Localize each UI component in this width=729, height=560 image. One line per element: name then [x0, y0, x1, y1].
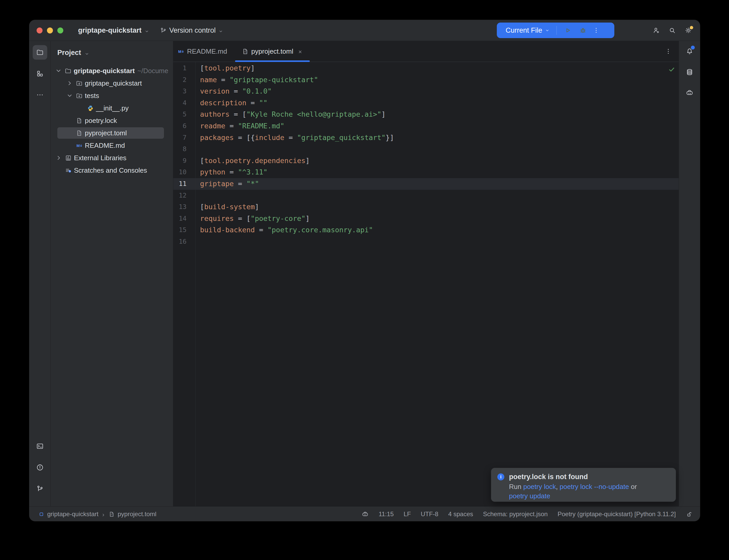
tree-indent [76, 104, 86, 112]
status-widget-poetry-griptape-quickstart-python-3-11-2-[interactable]: Poetry (griptape-quickstart) [Python 3.1… [558, 510, 676, 518]
line-number[interactable]: 7 [173, 132, 186, 144]
line-number[interactable]: 14 [173, 213, 186, 225]
line-number[interactable]: 15 [173, 224, 186, 236]
database-tool-button[interactable] [682, 65, 697, 79]
git-tool-button[interactable] [33, 481, 47, 496]
tree-item-griptape-quickstart[interactable]: griptape_quickstart [51, 77, 173, 89]
code-text: version = "0.1.0" [186, 86, 271, 97]
status-widget-utf-8[interactable]: UTF-8 [421, 510, 439, 518]
chevron-down-icon[interactable] [65, 92, 74, 100]
debug-button[interactable] [579, 26, 587, 34]
project-widget[interactable]: griptape-quickstart [78, 26, 149, 34]
chevron-right-icon[interactable] [65, 79, 74, 87]
terminal-icon [36, 442, 44, 450]
code-line-10[interactable]: 10python = "^3.11" [173, 166, 679, 178]
chevron-right-icon[interactable] [54, 154, 64, 162]
vcs-widget[interactable]: Version control [160, 26, 224, 34]
code-line-16[interactable]: 16 [173, 236, 679, 248]
project-panel-header[interactable]: Project [51, 41, 173, 65]
tree-item-label: README.md [85, 142, 125, 150]
project-widget-label: griptape-quickstart [78, 26, 142, 34]
tab-options-button[interactable] [665, 48, 672, 55]
code-line-11[interactable]: 11griptape = "*" [173, 178, 679, 190]
status-widget-4-spaces[interactable]: 4 spaces [448, 510, 473, 518]
structure-tool-button[interactable] [33, 66, 47, 81]
line-number[interactable]: 1 [173, 62, 186, 74]
tree-item-griptape-quickstart[interactable]: griptape-quickstart~/Docume [51, 65, 173, 77]
terminal-tool-button[interactable] [33, 439, 47, 453]
line-number[interactable]: 13 [173, 201, 186, 213]
code-line-2[interactable]: 2name = "griptape-quickstart" [173, 74, 679, 86]
code-text: authors = ["Kyle Roche <hello@griptape.a… [186, 109, 386, 120]
tabbar-spacer [310, 41, 665, 62]
notification-link[interactable]: poetry lock --no-update [560, 483, 629, 491]
line-number[interactable]: 12 [173, 190, 186, 201]
svg-text:[T]: [T] [77, 132, 81, 135]
code-line-9[interactable]: 9[tool.poetry.dependencies] [173, 155, 679, 167]
gutter-divider [195, 62, 196, 506]
line-number[interactable]: 3 [173, 86, 186, 97]
status-widget-lf[interactable]: LF [404, 510, 411, 518]
code-line-7[interactable]: 7packages = [{include = "griptape_quicks… [173, 132, 679, 144]
ai-assistant-button[interactable] [682, 86, 697, 100]
code-line-8[interactable]: 8 [173, 143, 679, 155]
code-line-14[interactable]: 14requires = ["poetry-core"] [173, 213, 679, 225]
window-controls [29, 27, 63, 33]
more-tools-button[interactable] [33, 88, 47, 102]
line-number[interactable]: 8 [173, 143, 186, 155]
close-icon[interactable] [297, 48, 303, 54]
line-number[interactable]: 2 [173, 74, 186, 86]
line-number[interactable]: 5 [173, 109, 186, 120]
search-everywhere-button[interactable] [667, 25, 677, 35]
tree-item-external-libraries[interactable]: External Libraries [51, 152, 173, 164]
chevron-down-icon[interactable] [545, 28, 550, 33]
chevron-down-icon[interactable] [54, 67, 63, 75]
tree-item-poetry-lock[interactable]: [T]poetry.lock [51, 114, 173, 127]
status-ai-assistant-widget[interactable] [361, 511, 369, 518]
tree-item-scratches-and-consoles[interactable]: Scratches and Consoles [51, 164, 173, 177]
notification-link[interactable]: poetry lock [523, 483, 556, 491]
code-line-4[interactable]: 4description = "" [173, 97, 679, 109]
settings-button[interactable] [683, 25, 693, 35]
line-number[interactable]: 9 [173, 155, 186, 167]
status-widget-11-15[interactable]: 11:15 [379, 510, 394, 518]
line-number[interactable]: 16 [173, 236, 186, 248]
notifications-button[interactable] [682, 44, 697, 59]
line-number[interactable]: 4 [173, 97, 186, 109]
run-config-selector[interactable]: Current File [497, 26, 542, 34]
maximize-window-button[interactable] [57, 27, 63, 33]
line-number[interactable]: 10 [173, 166, 186, 178]
code-line-6[interactable]: 6readme = "README.md" [173, 120, 679, 132]
tab-pyproject[interactable]: [T] pyproject.toml [235, 41, 310, 62]
line-number[interactable]: 6 [173, 120, 186, 132]
run-button[interactable] [564, 26, 572, 34]
folder-icon [36, 48, 44, 56]
breadcrumb-file[interactable]: [T] pyproject.toml [108, 510, 156, 518]
code-line-13[interactable]: 13[build-system] [173, 201, 679, 213]
line-number[interactable]: 11 [173, 178, 186, 190]
problems-tool-button[interactable] [33, 460, 47, 475]
notification-link[interactable]: poetry update [509, 492, 550, 500]
code-line-1[interactable]: 1[tool.poetry] [173, 62, 679, 74]
status-unlock-widget[interactable] [686, 511, 693, 518]
add-user-button[interactable] [651, 25, 661, 35]
tree-item--init-py[interactable]: __init__.py [51, 102, 173, 114]
code-line-5[interactable]: 5authors = ["Kyle Roche <hello@griptape.… [173, 109, 679, 120]
code-editor[interactable]: 1[tool.poetry]2name = "griptape-quicksta… [173, 62, 679, 506]
code-text: packages = [{include = "griptape_quickst… [186, 132, 394, 144]
project-tool-button[interactable] [33, 45, 47, 60]
close-window-button[interactable] [37, 27, 43, 33]
breadcrumb-project[interactable]: griptape-quickstart [38, 510, 98, 518]
tree-item-tests[interactable]: tests [51, 89, 173, 102]
code-line-15[interactable]: 15build-backend = "poetry.core.masonry.a… [173, 224, 679, 236]
minimize-window-button[interactable] [47, 27, 53, 33]
tab-readme[interactable]: M README.md [173, 41, 235, 62]
status-widget-schema-pyproject-json[interactable]: Schema: pyproject.json [483, 510, 548, 518]
tree-item-readme-md[interactable]: MREADME.md [51, 139, 173, 152]
inspections-ok-icon[interactable] [668, 66, 676, 73]
more-run-options-button[interactable] [593, 27, 600, 34]
code-line-12[interactable]: 12 [173, 190, 679, 201]
code-line-3[interactable]: 3version = "0.1.0" [173, 86, 679, 97]
titlebar-actions [651, 25, 693, 35]
tree-item-pyproject-toml[interactable]: [T]pyproject.toml [51, 127, 173, 139]
